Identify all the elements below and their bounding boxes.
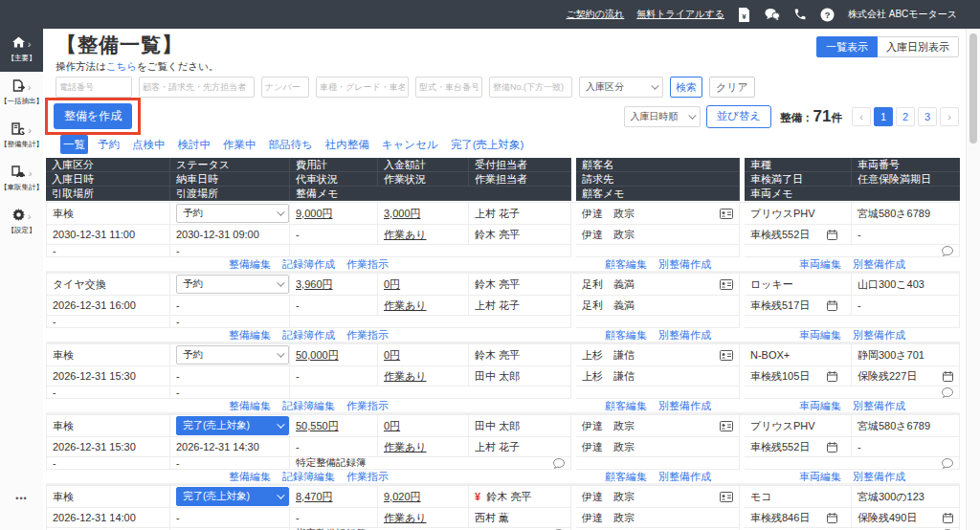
- action-link[interactable]: 車両編集: [799, 470, 841, 484]
- cost-link[interactable]: 50,000円: [296, 348, 339, 363]
- action-link[interactable]: 車両編集: [799, 328, 841, 342]
- create-maintenance-button[interactable]: 整備を作成: [54, 103, 132, 129]
- inspection-calendar-icon[interactable]: [827, 300, 837, 311]
- tab-1[interactable]: 予約: [95, 135, 122, 154]
- status-select[interactable]: 完了(売上対象): [176, 487, 289, 506]
- action-link[interactable]: 記録簿編集: [282, 399, 335, 413]
- page-button-3[interactable]: 3: [918, 107, 937, 126]
- customer-card-icon[interactable]: [720, 492, 733, 502]
- scrollbar-thumb[interactable]: [969, 33, 977, 144]
- action-link[interactable]: 顧客編集: [605, 399, 647, 413]
- action-link[interactable]: 顧客編集: [605, 470, 647, 484]
- paid-link[interactable]: 9,020円: [384, 490, 421, 504]
- prev-page-button[interactable]: ‹: [852, 107, 871, 126]
- sidebar-item-batch-extract[interactable]: › 【一括抽出】: [0, 72, 43, 115]
- cost-link[interactable]: 3,960円: [296, 277, 333, 292]
- action-link[interactable]: 別整備作成: [658, 257, 711, 272]
- sort-select[interactable]: 入庫日時順: [624, 106, 701, 127]
- cost-link[interactable]: 50,550円: [296, 419, 339, 433]
- action-link[interactable]: 作業指示: [346, 470, 389, 484]
- vehicle-memo-comment-icon[interactable]: [942, 246, 953, 256]
- inspection-calendar-icon[interactable]: [827, 513, 837, 523]
- sidebar-item-settings[interactable]: › 【設定】: [0, 201, 43, 244]
- paid-link[interactable]: 0円: [384, 277, 400, 292]
- free-trial-link[interactable]: 無料トライアルする: [636, 8, 724, 21]
- tab-3[interactable]: 検討中: [175, 135, 214, 154]
- sidebar-more[interactable]: •••: [0, 494, 43, 503]
- search-button[interactable]: 検索: [670, 77, 702, 98]
- by-date-view-button[interactable]: 入庫日別表示: [878, 36, 959, 57]
- cost-link[interactable]: 8,470円: [296, 490, 333, 504]
- tab-7[interactable]: キャンセル: [379, 135, 441, 154]
- model-input[interactable]: [316, 77, 409, 98]
- action-link[interactable]: 顧客編集: [605, 257, 647, 272]
- status-select[interactable]: 予約: [176, 275, 289, 294]
- kubun-select[interactable]: 入庫区分: [579, 77, 663, 98]
- action-link[interactable]: 記録簿編集: [282, 470, 335, 484]
- action-link[interactable]: 整備編集: [229, 399, 271, 413]
- action-link[interactable]: 整備編集: [229, 257, 271, 272]
- action-link[interactable]: 整備編集: [229, 328, 271, 342]
- sidebar-item-main[interactable]: › 【主要】: [0, 29, 43, 72]
- action-link[interactable]: 顧客編集: [605, 328, 647, 342]
- status-select[interactable]: 完了(売上対象): [176, 416, 289, 435]
- chat-icon[interactable]: [765, 7, 780, 22]
- chassis-input[interactable]: [415, 77, 482, 98]
- tab-6[interactable]: 社内整備: [323, 135, 372, 154]
- customer-card-icon[interactable]: [720, 350, 733, 361]
- insurance-calendar-icon[interactable]: [943, 371, 953, 382]
- number-input[interactable]: [261, 77, 309, 98]
- sidebar-item-maintenance-report[interactable]: › 【整備集計】: [0, 115, 43, 158]
- action-link[interactable]: 作業指示: [346, 399, 389, 413]
- next-page-button[interactable]: ›: [940, 107, 959, 126]
- action-link[interactable]: 別整備作成: [658, 470, 711, 484]
- memo-comment-icon[interactable]: [553, 458, 565, 469]
- phone-input[interactable]: [56, 77, 132, 98]
- tab-0[interactable]: 一覧: [60, 135, 88, 154]
- scrollbar[interactable]: [966, 29, 980, 530]
- action-link[interactable]: 記録簿作成: [282, 328, 335, 342]
- tab-8[interactable]: 完了(売上対象): [448, 135, 527, 154]
- phone-icon[interactable]: [792, 7, 808, 22]
- tab-5[interactable]: 部品待ち: [266, 135, 316, 154]
- insurance-calendar-icon[interactable]: [943, 513, 953, 523]
- inspection-calendar-icon[interactable]: [827, 371, 837, 382]
- customer-input[interactable]: [139, 77, 255, 98]
- customer-card-icon[interactable]: [720, 279, 733, 290]
- action-link[interactable]: 車両編集: [799, 257, 841, 272]
- paid-link[interactable]: 0円: [384, 419, 400, 433]
- help-link[interactable]: こちら: [106, 60, 137, 72]
- inspection-calendar-icon[interactable]: [827, 230, 837, 240]
- customer-card-icon[interactable]: [720, 421, 733, 431]
- customer-card-icon[interactable]: [720, 209, 733, 219]
- action-link[interactable]: 作業指示: [346, 328, 389, 342]
- vehicle-memo-comment-icon[interactable]: [942, 387, 953, 398]
- inspection-calendar-icon[interactable]: [827, 442, 837, 453]
- work-status-link[interactable]: 作業あり: [384, 298, 427, 313]
- action-link[interactable]: 車両編集: [799, 399, 841, 413]
- work-status-link[interactable]: 作業あり: [384, 369, 427, 384]
- action-link[interactable]: 整備編集: [229, 470, 271, 484]
- status-select[interactable]: 予約: [176, 204, 289, 223]
- clear-button[interactable]: クリア: [709, 77, 755, 98]
- action-link[interactable]: 別整備作成: [658, 399, 711, 413]
- action-link[interactable]: 作業指示: [346, 257, 389, 272]
- status-select[interactable]: 予約: [176, 345, 289, 364]
- billing-document-icon[interactable]: ¥: [737, 7, 752, 22]
- action-link[interactable]: 別整備作成: [853, 257, 905, 272]
- action-link[interactable]: 記録簿作成: [282, 257, 335, 272]
- page-button-2[interactable]: 2: [896, 107, 915, 126]
- action-link[interactable]: 別整備作成: [853, 328, 905, 342]
- page-button-1[interactable]: 1: [874, 107, 893, 126]
- action-link[interactable]: 別整備作成: [853, 399, 905, 413]
- work-status-link[interactable]: 作業あり: [384, 228, 427, 242]
- sort-button[interactable]: 並び替え: [706, 105, 772, 128]
- tab-2[interactable]: 点検中: [129, 135, 168, 154]
- tab-4[interactable]: 作業中: [220, 135, 259, 154]
- cost-link[interactable]: 9,000円: [296, 207, 333, 221]
- paid-link[interactable]: 3,000円: [384, 207, 421, 221]
- work-status-link[interactable]: 作業あり: [384, 511, 427, 525]
- contract-flow-link[interactable]: ご契約の流れ: [567, 8, 625, 21]
- paid-link[interactable]: 0円: [384, 348, 400, 363]
- action-link[interactable]: 別整備作成: [853, 470, 905, 484]
